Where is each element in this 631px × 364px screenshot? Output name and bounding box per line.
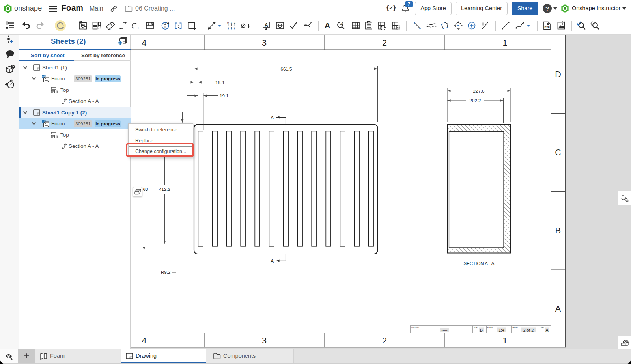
svg-text:SCALE: SCALE: [487, 327, 493, 329]
svg-text:SECTION A - A: SECTION A - A: [464, 261, 495, 266]
svg-text:4: 4: [142, 38, 147, 48]
svg-text:63: 63: [143, 187, 148, 192]
svg-text:A: A: [265, 22, 268, 28]
svg-text:B: B: [555, 226, 561, 235]
svg-text:C: C: [555, 148, 561, 157]
svg-text:4: 4: [142, 336, 147, 345]
svg-text:19.1: 19.1: [220, 93, 228, 98]
svg-text:3: 3: [262, 38, 267, 48]
svg-text:3: 3: [262, 336, 267, 345]
svg-text:1: 1: [231, 21, 232, 24]
svg-text:1: 1: [341, 22, 342, 26]
svg-text:0: 0: [227, 21, 229, 24]
svg-text:D: D: [555, 70, 561, 79]
svg-text:A: A: [555, 304, 561, 314]
svg-text:227.6: 227.6: [473, 89, 485, 93]
svg-text:SIZE: SIZE: [474, 327, 478, 329]
svg-text:A: A: [545, 328, 548, 332]
svg-text:2: 2: [382, 336, 387, 345]
svg-text:SHEET: SHEET: [512, 327, 518, 329]
svg-text:R9.2: R9.2: [161, 270, 170, 274]
svg-text:REV: REV: [541, 327, 544, 329]
svg-text:B: B: [480, 328, 483, 332]
svg-text:A: A: [271, 115, 274, 120]
svg-text:A: A: [271, 259, 274, 263]
svg-text:DWG. NO.: DWG. NO.: [411, 327, 420, 329]
svg-text:1: 1: [503, 336, 508, 345]
svg-text:A: A: [167, 21, 170, 25]
svg-text:2: 2: [234, 21, 235, 24]
svg-text:2: 2: [382, 38, 387, 48]
svg-text:-----: -----: [442, 329, 448, 332]
svg-text:2 of 2: 2 of 2: [523, 328, 534, 332]
svg-text:16.4: 16.4: [215, 80, 224, 85]
svg-text:202.2: 202.2: [470, 98, 481, 103]
svg-text:412.2: 412.2: [159, 187, 170, 192]
svg-text:1: 1: [503, 38, 508, 48]
svg-text:1:4: 1:4: [498, 328, 504, 332]
svg-text:DXF: DXF: [545, 26, 550, 29]
svg-text:661.5: 661.5: [281, 67, 292, 71]
